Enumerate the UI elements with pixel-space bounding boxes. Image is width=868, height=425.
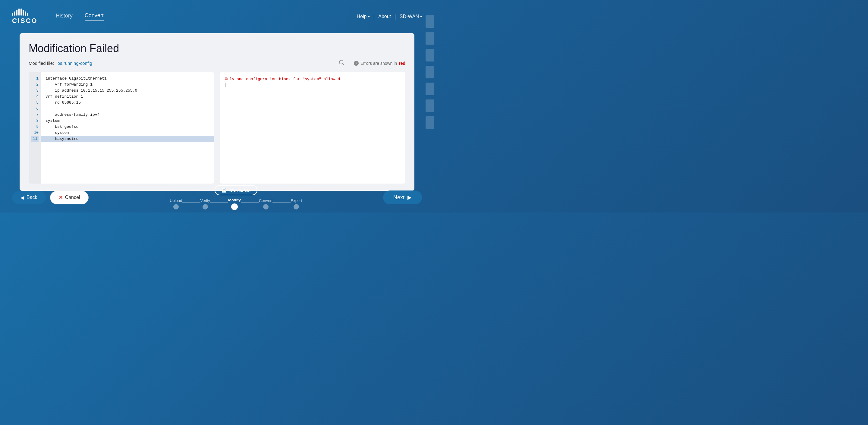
svg-point-0 [339, 60, 343, 64]
pipeline-steps: UploadVerifyModifyConvertExport [170, 198, 302, 210]
pipeline: 📄 IOS-XE CLI UploadVerifyModifyConvertEx… [89, 185, 383, 210]
step-dot-upload [173, 204, 179, 210]
line-number-3: 3 [36, 88, 38, 94]
svg-line-1 [343, 64, 344, 65]
step-line-2 [241, 202, 259, 203]
step-upload[interactable]: Upload [170, 198, 182, 210]
step-dot-convert [263, 204, 269, 210]
step-modify[interactable]: Modify [228, 198, 241, 210]
line-number-4: 4 [36, 94, 38, 100]
line-numbers: 1234567891011 [29, 72, 41, 184]
nav-item-convert[interactable]: Convert [85, 12, 104, 21]
code-line-9: bskfgeufsd [45, 124, 210, 130]
help-menu[interactable]: Help ▾ [357, 14, 370, 19]
step-label-verify: Verify [200, 198, 210, 203]
bottom-bar: ◀ Back ✕ Cancel 📄 IOS-XE CLI UploadVerif… [0, 182, 434, 212]
logo-bar [19, 8, 20, 16]
logo-text: CISCO [12, 17, 38, 25]
code-line-1: interface GigabitEthernet1 [45, 75, 210, 82]
cancel-x-icon: ✕ [59, 195, 63, 201]
logo-bar [21, 8, 22, 16]
line-number-5: 5 [36, 100, 38, 106]
code-line-6: ! [45, 106, 210, 112]
header-right: Help ▾ | About | SD-WAN ▾ [357, 13, 422, 20]
error-editor-right: Only one configuration block for "system… [220, 72, 405, 184]
file-icon: 📄 [221, 188, 226, 192]
divider-2: | [395, 13, 396, 20]
side-tab-5[interactable] [426, 83, 434, 95]
step-dot-export [293, 204, 299, 210]
search-icon[interactable] [338, 59, 345, 67]
logo-bar [27, 13, 28, 16]
line-number-7: 7 [36, 112, 38, 118]
main-card: Modification Failed Modified file: ios.r… [20, 33, 414, 191]
step-label-export: Export [290, 198, 302, 203]
back-button[interactable]: ◀ Back [12, 191, 46, 204]
cancel-button[interactable]: ✕ Cancel [50, 191, 89, 204]
code-line-4: vrf definition 1 [45, 94, 210, 100]
code-content[interactable]: interface GigabitEthernet1 vrf forwardin… [41, 72, 214, 184]
step-label-convert: Convert [259, 198, 273, 203]
logo: CISCO [12, 8, 38, 25]
line-number-2: 2 [36, 82, 38, 88]
modified-label-text: Modified file: ios.running-config [29, 61, 92, 66]
logo-bar [25, 11, 26, 16]
info-icon: i [354, 61, 359, 66]
main-nav: History Convert [56, 12, 104, 21]
side-tab-1[interactable] [426, 15, 434, 28]
code-line-3: ip address 10.1.15.15 255.255.255.0 [45, 88, 210, 94]
about-link[interactable]: About [378, 14, 391, 19]
error-text: Only one configuration block for "system… [225, 77, 340, 81]
divider-1: | [373, 13, 375, 20]
header: CISCO History Convert Help ▾ | About | S… [0, 0, 434, 33]
logo-bar [14, 11, 16, 16]
step-line-3 [273, 202, 290, 203]
step-export[interactable]: Export [290, 198, 302, 210]
side-tab-2[interactable] [426, 32, 434, 44]
sdwan-menu[interactable]: SD-WAN ▾ [400, 14, 422, 19]
step-verify[interactable]: Verify [200, 198, 210, 210]
step-convert[interactable]: Convert [259, 198, 273, 210]
cursor-line [225, 83, 225, 87]
side-tab-7[interactable] [426, 116, 434, 129]
logo-bar [23, 10, 24, 16]
code-line-8: system [45, 118, 210, 124]
logo-bars [12, 8, 28, 16]
step-line-1 [210, 202, 228, 203]
side-tabs [426, 15, 434, 129]
help-chevron-icon: ▾ [368, 14, 370, 19]
code-line-2: vrf forwarding 1 [45, 82, 210, 88]
side-tab-4[interactable] [426, 66, 434, 79]
code-line-10: system [45, 130, 210, 136]
line-number-8: 8 [36, 118, 38, 124]
line-number-6: 6 [36, 106, 38, 112]
side-tab-6[interactable] [426, 99, 434, 112]
code-editor-left: 1234567891011 interface GigabitEthernet1… [29, 72, 214, 184]
modified-file-label: Modified file: ios.running-config [29, 61, 92, 66]
code-line-11: hasysnoiru [41, 136, 214, 142]
logo-bar [12, 13, 13, 16]
error-panel-content[interactable]: Only one configuration block for "system… [220, 72, 405, 184]
back-arrow-icon: ◀ [21, 195, 24, 201]
sdwan-label: SD-WAN [400, 14, 419, 19]
step-dot-verify [203, 204, 208, 210]
page-title: Modification Failed [29, 42, 405, 55]
line-number-1: 1 [36, 75, 38, 82]
step-label-modify: Modify [228, 198, 241, 202]
file-info-bar: Modified file: ios.running-config i Erro… [29, 59, 405, 67]
step-line-0 [182, 202, 200, 203]
pipeline-file-type: 📄 IOS-XE CLI [215, 185, 257, 195]
error-notice: i Errors are shown in red [354, 61, 405, 66]
line-number-10: 10 [34, 130, 38, 136]
side-tab-3[interactable] [426, 49, 434, 61]
sdwan-chevron-icon: ▾ [420, 14, 422, 19]
editors-row: 1234567891011 interface GigabitEthernet1… [29, 72, 405, 184]
next-arrow-icon: ▶ [407, 194, 412, 201]
nav-item-history[interactable]: History [56, 13, 73, 21]
next-button[interactable]: Next ▶ [383, 190, 422, 204]
line-number-11: 11 [31, 136, 38, 142]
help-label: Help [357, 14, 367, 19]
code-line-5: rd 65005:15 [45, 100, 210, 106]
logo-bar [16, 10, 18, 16]
code-line-7: address-family ipv4 [45, 112, 210, 118]
